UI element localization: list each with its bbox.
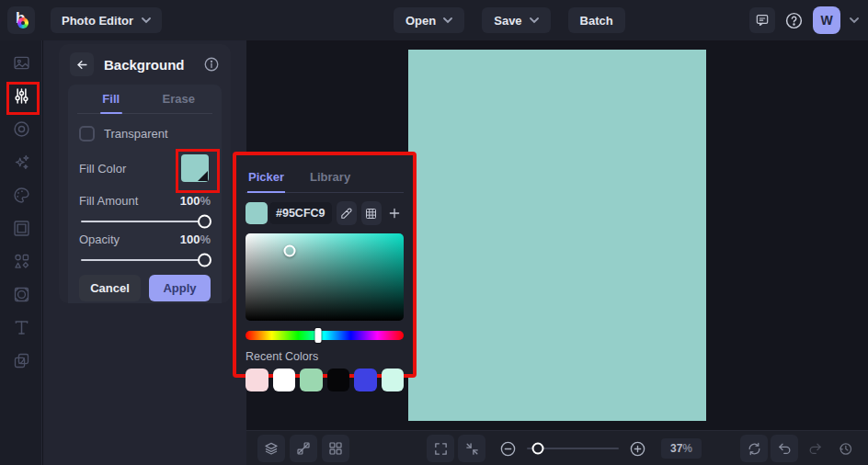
tool-rail bbox=[0, 40, 42, 465]
hex-row: #95CFC9 bbox=[246, 201, 404, 225]
rail-item-adjust[interactable] bbox=[0, 79, 42, 112]
color-grid-button[interactable] bbox=[361, 201, 382, 225]
effects-sparkles-icon bbox=[12, 153, 31, 172]
cancel-button[interactable]: Cancel bbox=[79, 275, 141, 301]
user-avatar[interactable]: W bbox=[813, 6, 840, 34]
apply-button[interactable]: Apply bbox=[149, 275, 211, 301]
add-color-button[interactable] bbox=[385, 201, 404, 225]
zoom-level-badge[interactable]: 37% bbox=[661, 438, 702, 459]
rail-item-text[interactable] bbox=[0, 311, 42, 344]
opacity-slider-handle[interactable] bbox=[198, 254, 211, 267]
hex-input[interactable]: #95CFC9 bbox=[269, 202, 332, 224]
tab-erase[interactable]: Erase bbox=[145, 85, 213, 113]
opacity-slider[interactable] bbox=[81, 259, 209, 261]
rail-item-artsy[interactable] bbox=[0, 178, 42, 211]
fill-amount-slider[interactable] bbox=[81, 221, 209, 222]
tab-picker[interactable]: Picker bbox=[247, 164, 285, 193]
fit-screen-icon bbox=[464, 441, 480, 457]
fill-amount-slider-handle[interactable] bbox=[198, 215, 211, 229]
batch-label: Batch bbox=[580, 14, 613, 28]
rail-item-frames[interactable] bbox=[0, 211, 42, 244]
rail-item-effects[interactable] bbox=[0, 145, 42, 178]
open-label: Open bbox=[405, 14, 436, 28]
zoom-in-button[interactable] bbox=[629, 440, 646, 458]
text-icon bbox=[12, 318, 31, 337]
rail-item-touchup[interactable] bbox=[0, 112, 42, 145]
fullscreen-button[interactable] bbox=[427, 435, 454, 462]
avatar-initial: W bbox=[820, 13, 832, 28]
topbar-right: W bbox=[749, 0, 859, 40]
zoom-slider-handle[interactable] bbox=[532, 443, 544, 455]
eyedropper-button[interactable] bbox=[337, 201, 357, 225]
fill-erase-tabs: Fill Erase bbox=[77, 85, 212, 114]
recent-color-swatch[interactable] bbox=[382, 369, 405, 391]
tab-fill[interactable]: Fill bbox=[77, 85, 145, 113]
bottom-toolbar-left bbox=[257, 435, 349, 462]
panel-title: Background bbox=[104, 57, 193, 73]
panel-column: Background Fill Erase Transparent Fill C… bbox=[43, 40, 246, 465]
topbar: b Photo Editor Open Save Batch W bbox=[0, 0, 868, 40]
chevron-down-icon bbox=[443, 17, 452, 24]
history-button[interactable] bbox=[831, 435, 859, 462]
redo-button[interactable] bbox=[801, 435, 828, 462]
fullscreen-icon bbox=[433, 441, 449, 457]
saturation-value-picker[interactable] bbox=[246, 233, 404, 321]
info-button[interactable] bbox=[203, 56, 220, 73]
image-canvas[interactable] bbox=[408, 50, 706, 421]
eyedropper-icon bbox=[339, 207, 353, 221]
eye-icon bbox=[12, 119, 31, 139]
rail-item-image[interactable] bbox=[0, 46, 42, 79]
grid-view-button[interactable] bbox=[322, 435, 349, 462]
undo-icon bbox=[777, 441, 793, 457]
current-color-swatch bbox=[246, 202, 268, 224]
transparent-row: Transparent bbox=[79, 126, 211, 142]
layers-icon bbox=[263, 440, 280, 457]
help-button[interactable] bbox=[784, 11, 804, 30]
sv-cursor[interactable] bbox=[284, 245, 296, 257]
history-icon bbox=[838, 441, 853, 457]
recent-color-swatch[interactable] bbox=[246, 369, 268, 391]
layers-button[interactable] bbox=[257, 435, 285, 462]
transform-button[interactable] bbox=[290, 435, 317, 462]
app-logo[interactable]: b bbox=[7, 6, 35, 34]
transparent-checkbox[interactable] bbox=[79, 126, 95, 142]
zoom-out-icon bbox=[499, 440, 517, 458]
rail-item-graphics[interactable] bbox=[0, 244, 42, 278]
bottom-toolbar-center: 37% bbox=[427, 435, 702, 462]
feedback-chat-icon bbox=[755, 13, 770, 28]
save-button[interactable]: Save bbox=[482, 7, 550, 33]
fill-amount-row: Fill Amount 100% bbox=[79, 194, 211, 222]
opacity-label: Opacity bbox=[79, 232, 120, 246]
hue-slider-handle[interactable] bbox=[315, 328, 322, 343]
panel-header: Background bbox=[59, 44, 231, 85]
undo-button[interactable] bbox=[771, 435, 798, 462]
batch-button[interactable]: Batch bbox=[568, 7, 625, 33]
logo-color-wheel-icon bbox=[17, 17, 29, 28]
account-chevron-down-icon[interactable] bbox=[850, 17, 859, 24]
recent-colors-label: Recent Colors bbox=[246, 350, 404, 363]
opacity-row: Opacity 100% bbox=[79, 232, 211, 261]
recent-color-swatch[interactable] bbox=[300, 369, 323, 391]
panel-actions: Cancel Apply bbox=[79, 275, 211, 301]
grid-icon bbox=[327, 440, 344, 457]
feedback-button[interactable] bbox=[749, 7, 775, 33]
back-button[interactable] bbox=[70, 52, 94, 76]
recent-color-swatch[interactable] bbox=[354, 369, 377, 391]
recent-color-swatch[interactable] bbox=[327, 369, 350, 391]
rail-item-overlays[interactable] bbox=[0, 344, 42, 377]
fill-color-swatch[interactable] bbox=[181, 154, 209, 182]
content: Background Fill Erase Transparent Fill C… bbox=[0, 40, 868, 465]
zoom-out-button[interactable] bbox=[499, 440, 517, 458]
fit-screen-button[interactable] bbox=[458, 435, 485, 462]
recent-color-swatch[interactable] bbox=[273, 369, 296, 391]
tab-library[interactable]: Library bbox=[309, 164, 351, 192]
zoom-slider[interactable] bbox=[527, 448, 619, 449]
reset-button[interactable] bbox=[740, 435, 768, 462]
ornate-frame-icon bbox=[12, 285, 31, 304]
chevron-down-icon bbox=[530, 17, 539, 24]
rail-item-ornate-frame[interactable] bbox=[0, 278, 42, 311]
photo-editor-menu-button[interactable]: Photo Editor bbox=[51, 7, 162, 33]
photo-editor-label: Photo Editor bbox=[62, 14, 133, 28]
open-button[interactable]: Open bbox=[394, 7, 464, 33]
hue-slider[interactable] bbox=[246, 331, 404, 340]
